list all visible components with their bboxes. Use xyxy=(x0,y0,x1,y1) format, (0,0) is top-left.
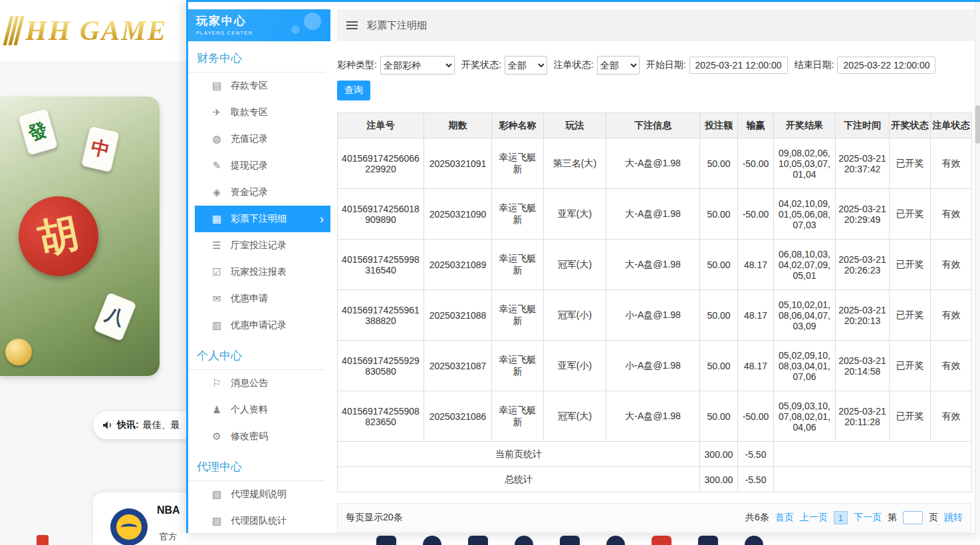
sidebar-item-label: 修改密码 xyxy=(231,431,268,443)
section-title: 财务中心 xyxy=(188,41,325,73)
cell-bet-info: 大-A盘@1.98 xyxy=(606,189,700,240)
sidebar-item-label: 个人资料 xyxy=(231,404,268,416)
sidebar-item-agent-stats[interactable]: ▨代理团队统计 xyxy=(195,508,330,534)
table-header-row: 注单号期数彩种名称玩法下注信息投注额输赢开奖结果下注时间开奖状态注单状态 xyxy=(338,113,972,138)
nba-card[interactable]: NBA 官方 xyxy=(93,492,193,545)
sidebar-item-announcement[interactable]: ⚐消息公告 xyxy=(195,370,330,397)
col-draw-result: 开奖结果 xyxy=(774,113,836,138)
sidebar-item-funds-record[interactable]: ◈资金记录 xyxy=(195,179,330,206)
table-row: 40156917425596138882020250321088幸运飞艇新冠军(… xyxy=(338,290,972,341)
nba-card-title: NBA xyxy=(157,504,180,516)
cell-draw-result: 05,10,02,01,08,06,04,07,03,09 xyxy=(774,290,836,341)
cell-period: 20250321088 xyxy=(424,290,492,341)
promo-record-icon: ▥ xyxy=(211,319,223,331)
cell-win-loss: -50.00 xyxy=(738,138,774,189)
logo-icon xyxy=(3,16,25,45)
sidebar-item-withdraw[interactable]: ✈取款专区 xyxy=(195,99,330,126)
mahjong-promo-banner[interactable]: 發 中 胡 八 xyxy=(0,96,160,376)
summary-bet-amount: 300.00 xyxy=(700,467,738,492)
cell-period: 20250321087 xyxy=(424,341,492,391)
col-win-loss: 输赢 xyxy=(738,113,774,138)
sidebar-item-profile[interactable]: ♟个人资料 xyxy=(195,397,330,423)
background-page: HH GAME 發 中 胡 八 快讯: 最佳、最 NBA 官方 xyxy=(0,0,186,545)
current-page[interactable]: 1 xyxy=(834,511,848,524)
table-row: 40156917425601890989020250321090幸运飞艇新亚军(… xyxy=(338,189,972,240)
funds-record-icon: ◈ xyxy=(211,186,223,198)
mahjong-tile-ba: 八 xyxy=(93,292,137,342)
page-title: 彩票下注明细 xyxy=(367,19,427,32)
sidebar-item-promo-record[interactable]: ▥优惠申请记录 xyxy=(195,312,330,339)
cell-draw-result: 06,08,10,03,04,02,07,09,05,01 xyxy=(774,240,836,290)
cell-bet-info: 大-A盘@1.98 xyxy=(606,138,700,189)
sidebar-subtitle: PLAYERS CENTER xyxy=(196,30,330,36)
draw-status-select[interactable]: 全部 xyxy=(505,56,547,75)
summary-label: 总统计 xyxy=(338,467,700,492)
table-row: 40156917425599831654020250321089幸运飞艇新冠军(… xyxy=(338,240,972,290)
cell-bet-info: 大-A盘@1.98 xyxy=(606,240,700,290)
partner-logo-red-icon xyxy=(652,536,672,545)
cell-bet-amount: 50.00 xyxy=(700,290,738,341)
partner-logo-icon xyxy=(423,536,441,545)
profile-icon: ♟ xyxy=(211,404,223,416)
sidebar-item-label: 代理团队统计 xyxy=(231,515,287,527)
recharge-record-icon: ◍ xyxy=(211,133,223,145)
jump-page-input[interactable] xyxy=(903,511,923,524)
password-icon: ⚙ xyxy=(211,431,223,443)
col-bet-time: 下注时间 xyxy=(836,113,890,138)
table-row: 40156917425606622992020250321091幸运飞艇新第三名… xyxy=(338,138,972,189)
first-page-link[interactable]: 首页 xyxy=(775,512,794,524)
sidebar-item-label: 玩家投注报表 xyxy=(231,266,287,278)
site-logo[interactable]: HH GAME xyxy=(25,15,168,47)
end-date-label: 结束日期: xyxy=(795,59,834,71)
table-row: 40156917425592983058020250321087幸运飞艇新亚军(… xyxy=(338,341,972,391)
sidebar-item-label: 充值记录 xyxy=(231,133,268,145)
cell-draw-result: 05,02,09,10,08,03,04,01,07,06 xyxy=(774,341,836,391)
sidebar-item-cashout-record[interactable]: ✎提现记录 xyxy=(195,152,330,179)
cell-draw-status: 已开奖 xyxy=(890,138,931,189)
sidebar-item-promo-apply[interactable]: ✉优惠申请 xyxy=(195,285,330,312)
cell-bet-amount: 50.00 xyxy=(700,189,738,240)
menu-icon[interactable] xyxy=(346,21,358,29)
partner-logo-icon xyxy=(515,536,533,545)
cell-bet-amount: 50.00 xyxy=(700,240,738,290)
bets-table: 注单号期数彩种名称玩法下注信息投注额输赢开奖结果下注时间开奖状态注单状态 401… xyxy=(337,112,972,492)
prev-page-link[interactable]: 上一页 xyxy=(800,512,828,524)
partner-logo-icon xyxy=(560,536,580,545)
jump-button[interactable]: 跳转 xyxy=(944,512,963,524)
sidebar-item-deposit[interactable]: ▤存款专区 xyxy=(195,73,330,99)
section-title: 代理中心 xyxy=(188,450,325,481)
lottery-type-select[interactable]: 全部彩种 xyxy=(380,56,455,75)
cell-play: 冠军(大) xyxy=(544,391,606,442)
nba-team-logo-icon xyxy=(110,508,148,545)
sidebar-title: 玩家中心 xyxy=(196,13,330,29)
cell-order-no: 401569174256066229920 xyxy=(338,138,424,189)
scrollbar-thumb[interactable] xyxy=(975,105,980,144)
cell-win-loss: 48.17 xyxy=(738,240,774,290)
end-date-input[interactable] xyxy=(837,57,935,74)
sidebar-item-password[interactable]: ⚙修改密码 xyxy=(195,423,330,450)
sidebar-item-bet-detail[interactable]: ▦彩票下注明细› xyxy=(195,206,330,232)
cell-bet-time: 2025-03-21 20:11:28 xyxy=(836,391,890,442)
player-report-icon: ☑ xyxy=(211,266,223,278)
sidebar-item-player-report[interactable]: ☑玩家投注报表 xyxy=(195,259,330,285)
lottery-type-label: 彩种类型: xyxy=(337,59,377,71)
cell-bet-info: 小-A盘@1.98 xyxy=(606,341,700,391)
start-date-input[interactable] xyxy=(689,57,788,74)
search-button[interactable]: 查询 xyxy=(337,81,370,100)
page-size-label: 每页显示20条 xyxy=(346,512,403,524)
sidebar-item-recharge-record[interactable]: ◍充值记录 xyxy=(195,126,330,152)
cell-draw-status: 已开奖 xyxy=(890,189,931,240)
hu-stamp: 胡 xyxy=(11,189,106,283)
summary-empty xyxy=(774,467,972,492)
col-period: 期数 xyxy=(424,113,492,138)
order-status-select[interactable]: 全部 xyxy=(597,56,640,75)
cell-win-loss: -50.00 xyxy=(738,189,774,240)
sidebar-item-hall-record[interactable]: ☰厅室投注记录 xyxy=(195,232,330,259)
sidebar-item-agent-rules[interactable]: ▧代理规则说明 xyxy=(195,481,330,508)
cell-lottery-name: 幸运飞艇新 xyxy=(492,341,544,391)
cell-play: 冠军(小) xyxy=(544,290,606,341)
cell-order-no: 401569174256018909890 xyxy=(338,189,424,240)
site-header: HH GAME xyxy=(0,0,186,61)
table-row: 40156917425590882365020250321086幸运飞艇新冠军(… xyxy=(338,391,972,442)
next-page-link[interactable]: 下一页 xyxy=(854,512,882,524)
